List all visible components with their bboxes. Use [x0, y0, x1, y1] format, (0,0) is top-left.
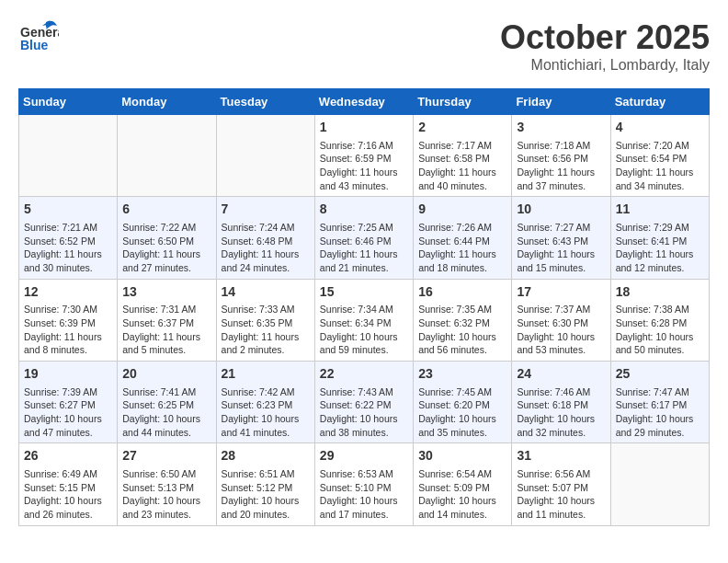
day-info: Sunrise: 6:51 AM Sunset: 5:12 PM Dayligh…	[222, 467, 310, 522]
day-info: Sunrise: 7:45 AM Sunset: 6:20 PM Dayligh…	[418, 385, 506, 440]
calendar-day-cell: 25Sunrise: 7:47 AM Sunset: 6:17 PM Dayli…	[610, 362, 709, 443]
day-number: 5	[24, 201, 112, 219]
day-number: 19	[24, 365, 112, 384]
day-number: 28	[222, 447, 310, 465]
calendar-day-cell: 26Sunrise: 6:49 AM Sunset: 5:15 PM Dayli…	[19, 443, 118, 525]
day-number: 15	[320, 283, 408, 302]
calendar-week-row: 1Sunrise: 7:16 AM Sunset: 6:59 PM Daylig…	[19, 115, 710, 197]
calendar-day-cell: 14Sunrise: 7:33 AM Sunset: 6:35 PM Dayli…	[216, 279, 314, 361]
day-number: 29	[320, 447, 408, 465]
day-number: 11	[616, 201, 704, 219]
calendar-week-row: 5Sunrise: 7:21 AM Sunset: 6:52 PM Daylig…	[19, 197, 710, 279]
weekday-header-saturday: Saturday	[610, 89, 709, 115]
calendar-day-cell: 16Sunrise: 7:35 AM Sunset: 6:32 PM Dayli…	[414, 279, 512, 361]
calendar-day-cell: 11Sunrise: 7:29 AM Sunset: 6:41 PM Dayli…	[610, 197, 709, 279]
day-number: 25	[616, 365, 704, 384]
day-info: Sunrise: 7:46 AM Sunset: 6:18 PM Dayligh…	[517, 385, 605, 440]
calendar-day-cell: 24Sunrise: 7:46 AM Sunset: 6:18 PM Dayli…	[512, 362, 610, 443]
calendar-day-cell: 30Sunrise: 6:54 AM Sunset: 5:09 PM Dayli…	[414, 443, 512, 525]
day-number: 1	[320, 119, 408, 137]
calendar-day-cell	[216, 115, 314, 197]
calendar-week-row: 12Sunrise: 7:30 AM Sunset: 6:39 PM Dayli…	[19, 279, 710, 361]
day-number: 18	[616, 283, 704, 302]
day-number: 3	[517, 119, 605, 137]
calendar-day-cell: 29Sunrise: 6:53 AM Sunset: 5:10 PM Dayli…	[314, 443, 413, 525]
day-info: Sunrise: 7:34 AM Sunset: 6:34 PM Dayligh…	[320, 303, 408, 357]
day-number: 4	[616, 119, 704, 137]
calendar-day-cell: 18Sunrise: 7:38 AM Sunset: 6:28 PM Dayli…	[610, 279, 709, 361]
day-info: Sunrise: 7:16 AM Sunset: 6:59 PM Dayligh…	[320, 139, 408, 193]
calendar-day-cell	[610, 443, 709, 525]
calendar-day-cell: 4Sunrise: 7:20 AM Sunset: 6:54 PM Daylig…	[610, 115, 709, 197]
day-number: 2	[418, 119, 506, 137]
calendar-week-row: 19Sunrise: 7:39 AM Sunset: 6:27 PM Dayli…	[19, 362, 710, 443]
day-info: Sunrise: 7:39 AM Sunset: 6:27 PM Dayligh…	[24, 385, 112, 440]
day-info: Sunrise: 7:42 AM Sunset: 6:23 PM Dayligh…	[222, 385, 310, 440]
calendar-day-cell: 3Sunrise: 7:18 AM Sunset: 6:56 PM Daylig…	[512, 115, 610, 197]
calendar-day-cell	[118, 115, 216, 197]
day-info: Sunrise: 7:29 AM Sunset: 6:41 PM Dayligh…	[616, 221, 704, 275]
calendar-day-cell: 20Sunrise: 7:41 AM Sunset: 6:25 PM Dayli…	[118, 362, 216, 443]
day-info: Sunrise: 7:20 AM Sunset: 6:54 PM Dayligh…	[616, 139, 704, 193]
logo-icon: General Blue	[18, 18, 59, 59]
day-number: 14	[222, 283, 310, 302]
calendar-title: October 2025	[500, 18, 710, 57]
calendar-day-cell	[19, 115, 118, 197]
day-info: Sunrise: 6:53 AM Sunset: 5:10 PM Dayligh…	[320, 467, 408, 522]
day-number: 22	[320, 365, 408, 384]
day-info: Sunrise: 7:30 AM Sunset: 6:39 PM Dayligh…	[24, 303, 112, 357]
calendar-day-cell: 5Sunrise: 7:21 AM Sunset: 6:52 PM Daylig…	[19, 197, 118, 279]
day-number: 6	[122, 201, 210, 219]
day-info: Sunrise: 7:17 AM Sunset: 6:58 PM Dayligh…	[418, 139, 506, 193]
day-info: Sunrise: 7:47 AM Sunset: 6:17 PM Dayligh…	[616, 385, 704, 440]
day-info: Sunrise: 7:31 AM Sunset: 6:37 PM Dayligh…	[122, 303, 210, 357]
calendar-day-cell: 7Sunrise: 7:24 AM Sunset: 6:48 PM Daylig…	[216, 197, 314, 279]
day-number: 30	[418, 447, 506, 465]
day-number: 10	[517, 201, 605, 219]
day-info: Sunrise: 7:41 AM Sunset: 6:25 PM Dayligh…	[122, 385, 210, 440]
day-number: 8	[320, 201, 408, 219]
day-number: 16	[418, 283, 506, 302]
weekday-header-friday: Friday	[512, 89, 610, 115]
weekday-header-thursday: Thursday	[414, 89, 512, 115]
calendar-day-cell: 9Sunrise: 7:26 AM Sunset: 6:44 PM Daylig…	[414, 197, 512, 279]
day-info: Sunrise: 7:18 AM Sunset: 6:56 PM Dayligh…	[517, 139, 605, 193]
calendar-day-cell: 1Sunrise: 7:16 AM Sunset: 6:59 PM Daylig…	[314, 115, 413, 197]
day-info: Sunrise: 6:56 AM Sunset: 5:07 PM Dayligh…	[517, 467, 605, 522]
calendar-day-cell: 31Sunrise: 6:56 AM Sunset: 5:07 PM Dayli…	[512, 443, 610, 525]
day-info: Sunrise: 7:26 AM Sunset: 6:44 PM Dayligh…	[418, 221, 506, 275]
weekday-header-row: SundayMondayTuesdayWednesdayThursdayFrid…	[19, 89, 710, 115]
day-info: Sunrise: 7:24 AM Sunset: 6:48 PM Dayligh…	[222, 221, 310, 275]
day-info: Sunrise: 7:35 AM Sunset: 6:32 PM Dayligh…	[418, 303, 506, 357]
calendar-day-cell: 23Sunrise: 7:45 AM Sunset: 6:20 PM Dayli…	[414, 362, 512, 443]
calendar-day-cell: 21Sunrise: 7:42 AM Sunset: 6:23 PM Dayli…	[216, 362, 314, 443]
day-info: Sunrise: 7:22 AM Sunset: 6:50 PM Dayligh…	[122, 221, 210, 275]
calendar-day-cell: 28Sunrise: 6:51 AM Sunset: 5:12 PM Dayli…	[216, 443, 314, 525]
calendar-day-cell: 8Sunrise: 7:25 AM Sunset: 6:46 PM Daylig…	[314, 197, 413, 279]
calendar-day-cell: 15Sunrise: 7:34 AM Sunset: 6:34 PM Dayli…	[314, 279, 413, 361]
day-info: Sunrise: 7:38 AM Sunset: 6:28 PM Dayligh…	[616, 303, 704, 357]
logo: General Blue	[18, 18, 59, 59]
day-info: Sunrise: 7:25 AM Sunset: 6:46 PM Dayligh…	[320, 221, 408, 275]
day-number: 23	[418, 365, 506, 384]
weekday-header-monday: Monday	[118, 89, 216, 115]
calendar-week-row: 26Sunrise: 6:49 AM Sunset: 5:15 PM Dayli…	[19, 443, 710, 525]
calendar-day-cell: 17Sunrise: 7:37 AM Sunset: 6:30 PM Dayli…	[512, 279, 610, 361]
day-info: Sunrise: 6:49 AM Sunset: 5:15 PM Dayligh…	[24, 467, 112, 522]
day-info: Sunrise: 7:21 AM Sunset: 6:52 PM Dayligh…	[24, 221, 112, 275]
day-number: 31	[517, 447, 605, 465]
svg-text:Blue: Blue	[20, 38, 49, 52]
title-section: October 2025 Montichiari, Lombardy, Ital…	[500, 18, 710, 74]
day-number: 9	[418, 201, 506, 219]
day-number: 21	[222, 365, 310, 384]
day-number: 13	[122, 283, 210, 302]
calendar-day-cell: 12Sunrise: 7:30 AM Sunset: 6:39 PM Dayli…	[19, 279, 118, 361]
day-info: Sunrise: 7:33 AM Sunset: 6:35 PM Dayligh…	[222, 303, 310, 357]
calendar-table: SundayMondayTuesdayWednesdayThursdayFrid…	[18, 88, 710, 526]
calendar-day-cell: 22Sunrise: 7:43 AM Sunset: 6:22 PM Dayli…	[314, 362, 413, 443]
day-number: 12	[24, 283, 112, 302]
day-info: Sunrise: 7:43 AM Sunset: 6:22 PM Dayligh…	[320, 385, 408, 440]
day-number: 20	[122, 365, 210, 384]
calendar-day-cell: 10Sunrise: 7:27 AM Sunset: 6:43 PM Dayli…	[512, 197, 610, 279]
calendar-day-cell: 6Sunrise: 7:22 AM Sunset: 6:50 PM Daylig…	[118, 197, 216, 279]
